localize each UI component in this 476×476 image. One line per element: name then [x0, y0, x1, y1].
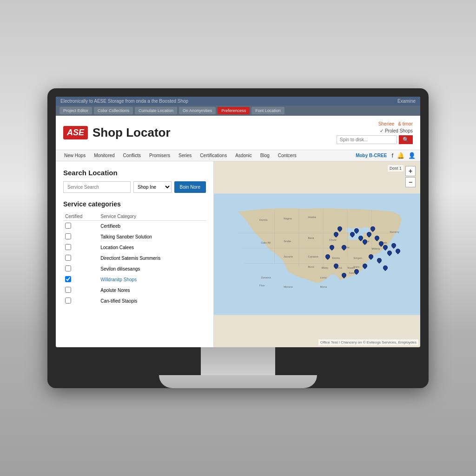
svg-text:Lumy: Lumy: [320, 276, 327, 279]
nav-tab-preferencess[interactable]: Preferencess: [218, 107, 250, 114]
svg-text:Suvarie: Suvarie: [284, 255, 293, 258]
main-nav-certifications[interactable]: Certifications: [196, 150, 231, 161]
zoom-label: Dost 1: [388, 165, 403, 172]
category-label: Location Calees: [99, 242, 206, 253]
svg-text:Mona: Mona: [320, 285, 327, 288]
header-links: Sheriee & timor: [337, 121, 413, 126]
site-title: Shop Locator: [93, 126, 171, 140]
main-nav-asdonic[interactable]: Asdonic: [231, 150, 256, 161]
nav-tab-color-collections[interactable]: Color Collections: [94, 107, 133, 114]
top-banner-right: Examine: [397, 99, 416, 104]
main-nav-series[interactable]: Series: [175, 150, 195, 161]
svg-text:Domta: Domta: [259, 218, 268, 221]
main-nav: New Hops Monitored Conflicts Promisers S…: [56, 150, 420, 161]
category-checkbox-0[interactable]: [65, 223, 71, 229]
nav-icons: f 🔔 👤: [391, 152, 416, 159]
monitor-stand-neck: [201, 347, 275, 375]
table-row: Talking Sanober Solution: [63, 231, 206, 242]
table-row: Directiont Satemis Summeris: [63, 253, 206, 264]
table-row: Can-tified Staopis: [63, 296, 206, 306]
map-area: Domta Nagna Hooba Smilte Bank Caraane Su…: [214, 161, 420, 347]
header-search-button[interactable]: 🔍: [399, 135, 413, 144]
service-search-input[interactable]: [63, 181, 131, 193]
header-link1[interactable]: Sheriee: [378, 121, 394, 126]
svg-point-3: [346, 227, 352, 232]
table-row: Sevilon dilisesangs: [63, 264, 206, 274]
svg-text:Fluo: Fluo: [259, 284, 265, 286]
svg-text:Emino: Emino: [332, 256, 340, 259]
category-checkbox-1[interactable]: [65, 233, 71, 239]
zoom-out-button[interactable]: −: [405, 177, 416, 187]
category-checkbox-5[interactable]: [65, 276, 71, 282]
top-banner: Electronically to AESE Storage from onda…: [56, 97, 420, 106]
notification-icon[interactable]: 🔔: [397, 152, 404, 159]
category-label: Sevilon dilisesangs: [99, 264, 206, 274]
monitor: Electronically to AESE Storage from onda…: [47, 88, 429, 388]
nav-tabs-bar: Project Editor Color Collections Cumulat…: [56, 106, 420, 116]
main-nav-conflicts[interactable]: Conflicts: [119, 150, 145, 161]
logo-area: ASE Shop Locator: [63, 126, 171, 140]
main-nav-promisers[interactable]: Promisers: [145, 150, 174, 161]
left-panel: Search Location Shop Ine Boin Nore Servi…: [56, 161, 214, 347]
category-label: Can-tified Staopis: [99, 296, 206, 306]
content-area: Search Location Shop Ine Boin Nore Servi…: [56, 161, 420, 347]
category-checkbox-4[interactable]: [65, 265, 71, 271]
proled-label: ✓ Proled Shops: [337, 128, 413, 133]
main-nav-contcers[interactable]: Contcers: [274, 150, 300, 161]
nav-tab-font-location[interactable]: Font Location: [251, 107, 284, 114]
main-nav-monitored[interactable]: Monitored: [90, 150, 118, 161]
category-label: Willdranitp Shops: [99, 274, 206, 285]
svg-text:Miltimy: Miltimy: [372, 247, 380, 250]
svg-text:Naant: Naant: [347, 266, 355, 269]
ase-logo: ASE: [63, 126, 88, 139]
site-header: ASE Shop Locator Sheriee & timor ✓ Prole…: [56, 116, 420, 150]
main-nav-blog[interactable]: Blog: [257, 150, 273, 161]
nav-tab-on-anonymities[interactable]: On Anonymities: [179, 107, 216, 114]
category-checkbox-2[interactable]: [65, 244, 71, 250]
zoom-in-button[interactable]: +: [405, 166, 416, 176]
svg-text:Morano: Morano: [284, 285, 293, 288]
svg-text:Hooba: Hooba: [308, 215, 316, 218]
map-footer: Office Test I Chancery on © Evileogs Ser…: [318, 339, 418, 345]
search-location-title: Search Location: [63, 169, 206, 177]
category-label: Directiont Satemis Summeris: [99, 253, 206, 264]
header-link2[interactable]: & timor: [398, 121, 413, 126]
table-row: Apolute Nores: [63, 285, 206, 296]
header-search: 🔍: [337, 135, 413, 144]
svg-text:Bank: Bank: [308, 237, 314, 239]
svg-text:Zunama: Zunama: [261, 276, 271, 279]
map-controls: + −: [405, 166, 416, 187]
top-banner-left: Electronically to AESE Storage from onda…: [60, 99, 188, 104]
nav-tab-cumulate[interactable]: Cumulate Location: [135, 107, 177, 114]
monitor-stand-base: [159, 375, 317, 388]
nav-tab-project-editor[interactable]: Project Editor: [60, 107, 92, 114]
search-row: Shop Ine Boin Nore: [63, 181, 206, 193]
col-certified: Certified: [63, 212, 99, 221]
svg-text:Buvti: Buvti: [308, 265, 314, 268]
svg-text:Meey: Meey: [322, 266, 328, 269]
categories-table: Certified Service Category Certifieeb Ta…: [63, 212, 206, 306]
facebook-icon[interactable]: f: [391, 152, 393, 159]
col-service-category: Service Category: [99, 212, 206, 221]
service-categories-title: Service categories: [63, 200, 206, 208]
svg-text:Galo-Wi: Galo-Wi: [261, 241, 271, 244]
category-label: Talking Sanober Solution: [99, 231, 206, 242]
category-checkbox-3[interactable]: [65, 255, 71, 261]
main-nav-new-hops[interactable]: New Hops: [60, 150, 89, 161]
category-checkbox-6[interactable]: [65, 287, 71, 293]
category-label: Apolute Nores: [99, 285, 206, 296]
svg-text:Caraane: Caraane: [308, 255, 318, 258]
main-nav-highlight[interactable]: Moby B-CREE: [352, 150, 390, 161]
user-icon[interactable]: 👤: [408, 152, 416, 159]
screen: Electronically to AESE Storage from onda…: [56, 97, 420, 347]
svg-text:Nagna: Nagna: [284, 217, 292, 219]
header-search-input[interactable]: [337, 135, 397, 144]
category-label: Certifieeb: [99, 220, 206, 231]
svg-text:Rentmy: Rentmy: [390, 231, 399, 233]
search-boin-button[interactable]: Boin Nore: [174, 181, 206, 193]
table-row: Willdranitp Shops: [63, 274, 206, 285]
category-checkbox-7[interactable]: [65, 298, 71, 304]
svg-text:Smilte: Smilte: [284, 239, 291, 242]
table-row: Location Calees: [63, 242, 206, 253]
shop-type-select[interactable]: Shop Ine: [133, 181, 172, 193]
